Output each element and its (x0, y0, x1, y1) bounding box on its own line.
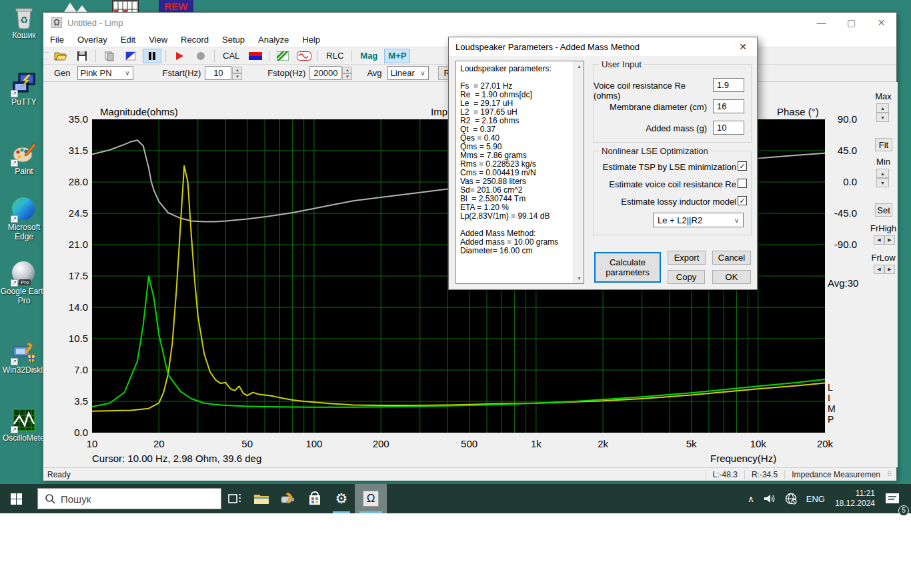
set-button[interactable]: Set (875, 203, 892, 217)
rlc-button[interactable]: RLC (322, 49, 347, 63)
menu-item-analyze[interactable]: Analyze (251, 33, 295, 46)
record-button[interactable] (191, 49, 210, 63)
search-icon (45, 493, 55, 504)
toolbar-grip[interactable]: ⋮⋮ (45, 49, 47, 63)
copy-button[interactable] (100, 49, 119, 63)
open-button[interactable] (51, 49, 70, 63)
mag-button[interactable]: Mag (356, 49, 381, 63)
scroll-up-icon[interactable]: ▲ (574, 61, 584, 71)
ok-button[interactable]: OK (712, 270, 751, 284)
save-button[interactable] (73, 49, 91, 63)
axis-tick-label: 5k (686, 438, 697, 449)
cancel-button[interactable]: Cancel (712, 251, 751, 265)
desktop-icon-google-earth[interactable]: Pro ↗ Google Earth Pro (0, 261, 48, 305)
copy-button[interactable]: Copy (668, 270, 705, 284)
menu-item-edit[interactable]: Edit (114, 33, 142, 46)
parameters-listbox[interactable]: Loudspeaker parameters: Fs = 27.01 Hz Re… (455, 61, 584, 284)
start-button[interactable] (0, 484, 32, 513)
parameters-scrollbar[interactable]: ▲ ▼ (574, 61, 584, 283)
menu-item-help[interactable]: Help (295, 33, 327, 46)
frlow-arrows[interactable]: ◀▶ (874, 265, 895, 274)
store-button[interactable] (301, 484, 328, 513)
menu-item-file[interactable]: File (43, 33, 71, 46)
menu-item-record[interactable]: Record (174, 33, 215, 46)
task-view-button[interactable] (221, 484, 248, 513)
spectrum-button[interactable] (273, 49, 292, 63)
putty-icon: ↗ (12, 72, 36, 96)
close-button[interactable]: ✕ (866, 13, 896, 33)
fstop-input[interactable]: 20000 (309, 66, 341, 80)
taskbar-search-input[interactable]: Пошук (37, 488, 221, 509)
settings-button[interactable]: ⚙ (328, 484, 355, 513)
frhigh-arrows[interactable]: ◀▶ (874, 235, 895, 245)
menu-item-view[interactable]: View (142, 33, 174, 46)
frhigh-label: FrHigh (869, 223, 898, 233)
notification-button[interactable]: 5 (880, 484, 904, 513)
fstart-input[interactable]: 10 (205, 66, 231, 80)
dialog-title-bar[interactable]: Loudspeaker Parameters - Added Mass Meth… (449, 37, 757, 56)
desktop-icon-paint[interactable]: ↗ Paint (3, 141, 45, 176)
disk-imager-button[interactable] (275, 484, 301, 513)
fstart-spinner[interactable]: ▲▼ (232, 67, 242, 80)
desktop-icon-oscillometer[interactable]: ↗ OscilloMete... (3, 408, 45, 443)
google-earth-icon: Pro ↗ (12, 261, 36, 285)
shortcut-arrow: ↗ (11, 159, 18, 167)
re-input[interactable]: 1.9 (713, 78, 744, 92)
lossy-check-label: Estimate lossy inductor model (621, 197, 736, 207)
cursor-readout: Cursor: 10.00 Hz, 2.98 Ohm, 39.6 deg (92, 453, 261, 464)
overlay-color-button[interactable] (121, 49, 140, 63)
paint-icon: ↗ (12, 141, 36, 165)
sine-button[interactable] (295, 49, 313, 63)
gen-label: Gen (54, 68, 71, 78)
lossy-checkbox[interactable]: ✓ (738, 196, 747, 205)
volume-button[interactable] (759, 484, 780, 513)
fstop-spinner[interactable]: ▲▼ (342, 67, 352, 80)
desktop-icon-putty[interactable]: ↗ PuTTY (3, 72, 45, 107)
clock[interactable]: 11:21 18.12.2024 (830, 489, 880, 509)
lse-checkbox[interactable]: ✓ (738, 161, 747, 171)
added-mass-input[interactable]: 10 (713, 121, 744, 135)
clock-date: 18.12.2024 (835, 499, 875, 509)
language-indicator[interactable]: ENG (802, 484, 830, 513)
axis-tick-label: 50 (241, 438, 253, 449)
generator-type-select[interactable]: Pink PN∨ (77, 66, 133, 80)
cal-button[interactable]: CAL (219, 49, 243, 63)
desktop-icon-win32disk[interactable]: ↗ Win32Diskl... (3, 340, 45, 375)
mag-phase-button[interactable]: M+P (384, 49, 410, 63)
minimize-button[interactable]: — (806, 13, 836, 33)
play-button[interactable] (170, 49, 189, 63)
diameter-input[interactable]: 16 (713, 99, 744, 113)
fstop-label: Fstop(Hz) (267, 68, 305, 78)
resize-grip[interactable]: ⠿ (887, 471, 896, 478)
fit-button[interactable]: Fit (875, 138, 892, 151)
limp-app-icon: Ω (51, 17, 62, 28)
min-spinner[interactable]: ▲▼ (876, 169, 889, 187)
flag-button[interactable] (246, 49, 265, 63)
status-bar: Ready L:-48.3 R:-34.5 Impedance Measurem… (43, 467, 896, 481)
re-checkbox[interactable] (738, 179, 747, 188)
title-bar[interactable]: Ω Untitled - Limp — ▢ ✕ (43, 13, 896, 33)
maximize-button[interactable]: ▢ (836, 13, 866, 33)
screen: REW ♻ Кошик ↗ PuTTY ↗ Paint ↗ (0, 0, 911, 588)
hidden-icons-chevron[interactable]: ∧ (743, 484, 759, 513)
limp-taskbar-button[interactable]: Ω (355, 484, 387, 513)
max-spinner[interactable]: ▲▼ (876, 103, 889, 122)
menu-item-overlay[interactable]: Overlay (71, 33, 114, 46)
dialog-close-icon[interactable]: ✕ (733, 40, 753, 53)
menu-item-setup[interactable]: Setup (215, 33, 251, 46)
pause-button[interactable] (143, 49, 161, 63)
avg-select[interactable]: Linear∨ (387, 66, 429, 80)
desktop-icon-edge[interactable]: ↗ Microsoft Edge (3, 197, 45, 241)
taskbar: Пошук ⚙ Ω ∧ ENG (0, 484, 911, 513)
export-button[interactable]: Export (668, 251, 706, 265)
scroll-down-icon[interactable]: ▼ (574, 273, 584, 283)
settings-running-indicator (333, 511, 350, 513)
network-button[interactable] (780, 484, 802, 513)
inductor-model-select[interactable]: Le + L2||R2∨ (653, 213, 744, 227)
calculate-parameters-button[interactable]: Calculate parameters (594, 252, 661, 283)
desktop-icon-recycle-bin[interactable]: ♻ Кошик (3, 5, 45, 40)
windows-logo-icon (11, 493, 22, 505)
parameters-text: Loudspeaker parameters: Fs = 27.01 Hz Re… (460, 65, 570, 255)
file-explorer-button[interactable] (248, 484, 275, 513)
speaker-icon (764, 493, 776, 504)
